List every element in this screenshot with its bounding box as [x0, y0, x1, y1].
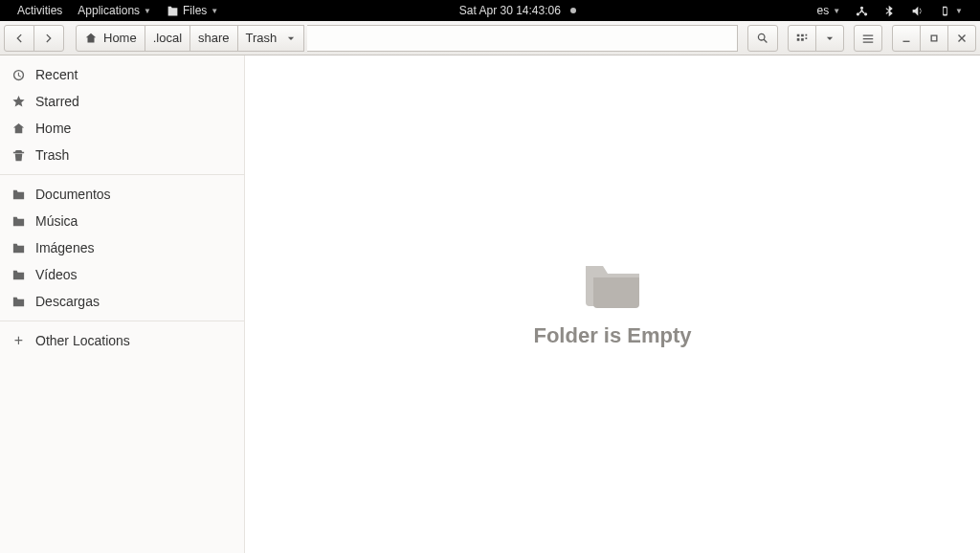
sidebar-item-label: Trash — [35, 147, 69, 163]
breadcrumb-label: .local — [153, 31, 182, 45]
focused-app-menu[interactable]: Files▼ — [159, 4, 226, 17]
clock-label: Sat Apr 30 14:43:06 — [459, 4, 561, 17]
breadcrumb-label: Trash — [246, 31, 278, 45]
sidebar-item-folder[interactable]: Música — [0, 208, 244, 234]
power-menu[interactable]: ▼ — [931, 5, 970, 17]
recent-icon — [11, 68, 26, 82]
close-button[interactable] — [947, 25, 976, 52]
sidebar-item-folder[interactable]: Vídeos — [0, 261, 244, 288]
sidebar-item-label: Música — [35, 213, 78, 229]
main-area: Recent Starred Home Trash Documentos Mús… — [0, 55, 980, 553]
breadcrumb-label: share — [198, 31, 230, 45]
home-icon — [11, 122, 26, 136]
empty-state-label: Folder is Empty — [533, 323, 691, 348]
sidebar-item-folder[interactable]: Imágenes — [0, 234, 244, 261]
minimize-button[interactable] — [892, 25, 921, 52]
nav-group — [4, 25, 64, 52]
sidebar-item-home[interactable]: Home — [0, 115, 244, 142]
window-controls — [892, 25, 976, 52]
headerbar: Home .local share Trash — [0, 21, 980, 55]
folder-icon — [11, 188, 26, 202]
star-icon — [11, 95, 26, 109]
trash-icon — [11, 148, 26, 163]
sidebar-item-label: Home — [35, 121, 71, 136]
folder-icon — [11, 268, 26, 282]
maximize-button[interactable] — [920, 25, 948, 52]
chevron-down-icon: ▼ — [955, 7, 963, 15]
chevron-down-icon — [286, 33, 296, 43]
files-app-icon — [167, 5, 179, 17]
applications-label: Applications — [78, 4, 140, 17]
sidebar: Recent Starred Home Trash Documentos Mús… — [0, 55, 245, 553]
sidebar-separator — [0, 174, 244, 175]
sidebar-item-starred[interactable]: Starred — [0, 88, 244, 115]
search-icon — [756, 32, 769, 45]
minimize-icon — [900, 32, 913, 45]
folder-icon — [11, 214, 26, 229]
bluetooth-icon[interactable] — [876, 5, 903, 17]
back-button[interactable] — [4, 25, 34, 52]
sidebar-item-label: Other Locations — [35, 333, 130, 348]
chevron-down-icon: ▼ — [144, 7, 151, 15]
view-controls — [788, 25, 844, 52]
applications-menu[interactable]: Applications▼ — [70, 4, 159, 17]
sidebar-item-label: Vídeos — [35, 267, 78, 282]
clock[interactable]: Sat Apr 30 14:43:06 — [452, 4, 584, 17]
breadcrumb-home[interactable]: Home — [76, 25, 145, 52]
grid-icon — [795, 32, 809, 45]
empty-folder-icon — [582, 260, 643, 310]
breadcrumb-segment[interactable]: share — [189, 25, 238, 52]
breadcrumb-segment[interactable]: .local — [145, 25, 190, 52]
sidebar-item-trash[interactable]: Trash — [0, 142, 244, 168]
sidebar-item-recent[interactable]: Recent — [0, 61, 244, 88]
focused-app-label: Files — [183, 4, 207, 17]
folder-icon — [11, 241, 26, 255]
activities-button[interactable]: Activities — [10, 4, 70, 17]
sidebar-item-folder[interactable]: Documentos — [0, 181, 244, 208]
volume-icon[interactable] — [903, 5, 931, 17]
chevron-left-icon — [12, 32, 26, 45]
sidebar-item-other-locations[interactable]: + Other Locations — [0, 327, 244, 354]
chevron-down-icon — [825, 33, 835, 43]
notification-dot-icon — [570, 8, 576, 13]
breadcrumb-label: Home — [103, 31, 137, 45]
breadcrumb: Home .local share Trash — [76, 25, 304, 52]
sidebar-item-label: Recent — [35, 67, 78, 82]
chevron-right-icon — [42, 32, 56, 45]
search-button[interactable] — [747, 25, 778, 52]
plus-icon: + — [11, 332, 26, 349]
input-source-menu[interactable]: es▼ — [809, 4, 848, 17]
chevron-down-icon: ▼ — [211, 7, 218, 15]
folder-view[interactable]: Folder is Empty — [245, 55, 980, 553]
sidebar-item-label: Imágenes — [35, 240, 94, 255]
folder-icon — [11, 295, 26, 309]
path-entry[interactable] — [307, 25, 738, 52]
sidebar-item-label: Documentos — [35, 187, 111, 202]
maximize-icon — [927, 32, 941, 45]
sidebar-item-label: Descargas — [35, 294, 100, 309]
hamburger-icon — [861, 32, 875, 45]
breadcrumb-current[interactable]: Trash — [237, 25, 305, 52]
icon-view-button[interactable] — [788, 25, 816, 52]
home-icon — [84, 32, 98, 45]
network-icon[interactable] — [848, 5, 876, 17]
hamburger-menu-button[interactable] — [854, 25, 882, 52]
sidebar-item-folder[interactable]: Descargas — [0, 288, 244, 315]
sidebar-item-label: Starred — [35, 94, 79, 109]
close-icon — [955, 32, 969, 45]
gnome-top-panel: Activities Applications▼ Files▼ Sat Apr … — [0, 0, 980, 21]
forward-button[interactable] — [33, 25, 64, 52]
view-options-button[interactable] — [815, 25, 844, 52]
input-source-label: es — [816, 4, 829, 17]
chevron-down-icon: ▼ — [833, 7, 840, 15]
sidebar-separator — [0, 321, 244, 321]
